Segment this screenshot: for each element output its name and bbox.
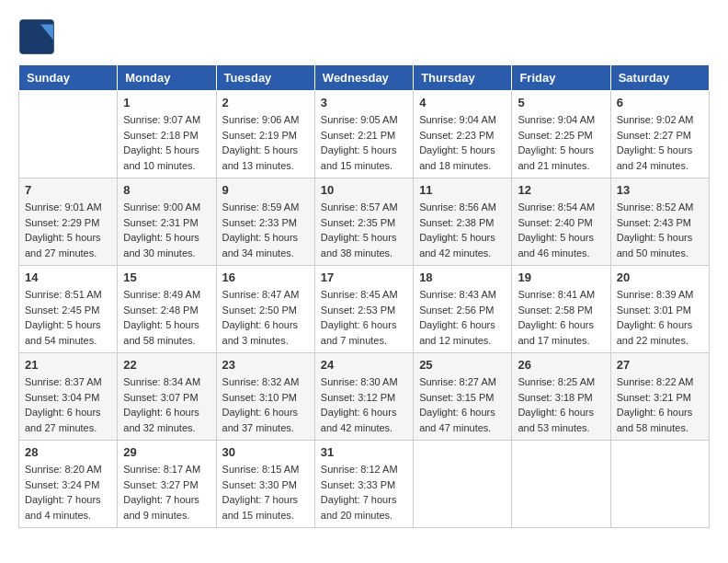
day-number: 25 [419,358,506,372]
cell-info-line: Daylight: 5 hours [617,230,703,246]
calendar-cell: 18Sunrise: 8:43 AMSunset: 2:56 PMDayligh… [414,266,512,353]
cell-info-line: Sunrise: 9:05 AM [321,112,407,128]
week-row-1: 1Sunrise: 9:07 AMSunset: 2:18 PMDaylight… [19,91,710,178]
day-number: 4 [419,96,506,109]
cell-info-line: and 24 minutes. [617,158,703,174]
cell-info-line: Sunset: 2:21 PM [321,128,407,144]
calendar-cell: 15Sunrise: 8:49 AMSunset: 2:48 PMDayligh… [118,266,216,353]
cell-info-line: and 20 minutes. [321,508,407,523]
calendar-cell: 7Sunrise: 9:01 AMSunset: 2:29 PMDaylight… [19,178,118,266]
cell-info-line: Sunset: 3:21 PM [617,390,703,406]
cell-info-line: Daylight: 5 hours [25,230,111,246]
cell-info-line: Sunrise: 8:59 AM [222,200,309,215]
day-number: 30 [222,445,309,459]
cell-info-line: and 54 minutes. [25,333,111,349]
calendar-cell: 12Sunrise: 8:54 AMSunset: 2:40 PMDayligh… [512,178,610,266]
cell-info-line: Sunset: 3:30 PM [222,477,309,493]
calendar-cell: 6Sunrise: 9:02 AMSunset: 2:27 PMDaylight… [610,91,709,178]
calendar-cell: 23Sunrise: 8:32 AMSunset: 3:10 PMDayligh… [216,353,314,441]
cell-info-line: Daylight: 7 hours [25,492,111,508]
cell-info-line: Sunrise: 8:27 AM [419,374,506,390]
cell-info-line: Daylight: 7 hours [222,492,309,508]
cell-info-line: Sunrise: 9:01 AM [25,200,111,215]
cell-info-line: Sunrise: 8:30 AM [321,374,407,390]
day-number: 9 [222,183,309,197]
cell-info-line: Sunrise: 8:17 AM [123,462,210,477]
day-number: 13 [617,183,703,197]
cell-info-line: Daylight: 5 hours [321,143,407,158]
calendar-cell: 19Sunrise: 8:41 AMSunset: 2:58 PMDayligh… [512,266,610,353]
cell-info-line: and 17 minutes. [518,333,604,349]
calendar-cell: 3Sunrise: 9:05 AMSunset: 2:21 PMDaylight… [314,91,413,178]
cell-info-line: and 27 minutes. [25,246,111,261]
cell-info-line: Daylight: 5 hours [222,230,309,246]
day-number: 10 [321,183,407,197]
cell-info-line: and 12 minutes. [419,333,506,349]
cell-info-line: Sunrise: 8:39 AM [617,287,703,303]
cell-info-line: Daylight: 5 hours [123,143,210,158]
cell-info-line: Daylight: 6 hours [321,317,407,333]
day-number: 8 [123,183,210,197]
cell-info-line: Daylight: 6 hours [222,405,309,420]
cell-info-line: Sunset: 3:33 PM [321,477,407,493]
calendar-cell: 27Sunrise: 8:22 AMSunset: 3:21 PMDayligh… [610,353,709,441]
week-row-3: 14Sunrise: 8:51 AMSunset: 2:45 PMDayligh… [19,266,710,353]
calendar-cell: 10Sunrise: 8:57 AMSunset: 2:35 PMDayligh… [314,178,413,266]
cell-info-line: Daylight: 6 hours [419,317,506,333]
day-number: 18 [419,270,506,284]
day-header-sunday: Sunday [19,65,118,91]
cell-info-line: and 4 minutes. [25,508,111,523]
cell-info-line: and 9 minutes. [123,508,210,523]
day-number: 14 [25,270,111,284]
cell-info-line: Sunrise: 8:41 AM [518,287,604,303]
cell-info-line: Daylight: 5 hours [321,230,407,246]
cell-info-line: and 21 minutes. [518,158,604,174]
cell-info-line: Sunrise: 9:02 AM [617,112,703,128]
cell-info-line: Sunset: 3:24 PM [25,477,111,493]
cell-info-line: and 7 minutes. [321,333,407,349]
cell-info-line: Sunset: 2:45 PM [25,303,111,318]
cell-info-line: Sunset: 2:25 PM [518,128,604,144]
day-header-friday: Friday [512,65,610,91]
cell-info-line: and 3 minutes. [222,333,309,349]
calendar-cell: 30Sunrise: 8:15 AMSunset: 3:30 PMDayligh… [216,441,314,528]
cell-info-line: Sunset: 2:50 PM [222,303,309,318]
cell-info-line: Sunrise: 8:52 AM [617,200,703,215]
day-header-wednesday: Wednesday [314,65,413,91]
day-number: 2 [222,96,309,109]
calendar-header-row: SundayMondayTuesdayWednesdayThursdayFrid… [19,65,710,91]
day-header-tuesday: Tuesday [216,65,314,91]
day-header-monday: Monday [118,65,216,91]
cell-info-line: Sunrise: 8:54 AM [518,200,604,215]
calendar-cell [512,441,610,528]
week-row-2: 7Sunrise: 9:01 AMSunset: 2:29 PMDaylight… [19,178,710,266]
cell-info-line: Sunrise: 8:34 AM [123,374,210,390]
calendar-cell: 31Sunrise: 8:12 AMSunset: 3:33 PMDayligh… [314,441,413,528]
calendar-cell: 13Sunrise: 8:52 AMSunset: 2:43 PMDayligh… [610,178,709,266]
cell-info-line: Sunset: 2:27 PM [617,128,703,144]
cell-info-line: Daylight: 5 hours [123,230,210,246]
calendar-cell [610,441,709,528]
day-number: 16 [222,270,309,284]
day-number: 26 [518,358,604,372]
calendar-body: 1Sunrise: 9:07 AMSunset: 2:18 PMDaylight… [19,91,710,528]
calendar-table: SundayMondayTuesdayWednesdayThursdayFrid… [18,64,710,528]
cell-info-line: and 47 minutes. [419,420,506,436]
calendar-cell: 20Sunrise: 8:39 AMSunset: 3:01 PMDayligh… [610,266,709,353]
cell-info-line: Sunrise: 8:45 AM [321,287,407,303]
day-header-saturday: Saturday [610,65,709,91]
cell-info-line: Sunrise: 8:12 AM [321,462,407,477]
day-number: 7 [25,183,111,197]
day-number: 31 [321,445,407,459]
cell-info-line: Daylight: 6 hours [617,317,703,333]
cell-info-line: and 34 minutes. [222,246,309,261]
cell-info-line: Sunset: 2:19 PM [222,128,309,144]
cell-info-line: Sunrise: 8:15 AM [222,462,309,477]
day-number: 20 [617,270,703,284]
calendar-cell: 5Sunrise: 9:04 AMSunset: 2:25 PMDaylight… [512,91,610,178]
calendar-cell: 22Sunrise: 8:34 AMSunset: 3:07 PMDayligh… [118,353,216,441]
cell-info-line: Sunrise: 9:04 AM [419,112,506,128]
cell-info-line: Sunset: 2:58 PM [518,303,604,318]
cell-info-line: Sunrise: 8:49 AM [123,287,210,303]
calendar-cell: 29Sunrise: 8:17 AMSunset: 3:27 PMDayligh… [118,441,216,528]
